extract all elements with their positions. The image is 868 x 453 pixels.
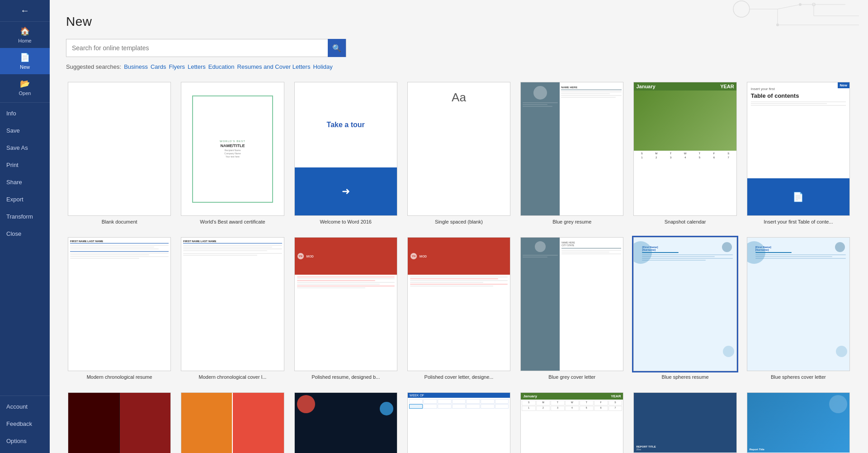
template-pc-thumb: YN MOD [407,237,510,371]
template-blank-thumb [68,82,171,216]
template-student-report[interactable]: Report Title Student report with photo [745,391,852,453]
template-bgc-title: Blue grey cover letter [548,374,595,380]
back-button[interactable]: ← [0,0,50,22]
page-title: New [66,14,852,29]
template-mcr-thumb: FIRST NAME LAST NAME [68,237,171,371]
home-icon: 🏠 [20,26,30,36]
sidebar-item-feedback[interactable]: Feedback [0,415,50,432]
template-mcc-thumb: FIRST NAME LAST NAME [181,237,284,371]
account-label: Account [6,403,28,410]
sidebar-item-new[interactable]: 📄 New [0,48,50,74]
sidebar-item-open-label: Open [19,91,31,96]
template-apt-thumb: WEEK OF [407,392,510,453]
template-bgc[interactable]: NAME HERECITY STATE Blue grey cover lett… [519,235,625,382]
sidebar-item-options[interactable]: Options [0,432,50,449]
close-label: Close [6,230,21,237]
sidebar-item-transform[interactable]: Transform [0,208,50,225]
template-single-spaced[interactable]: Aa Single spaced (blank) [406,80,512,227]
template-blue-grey-resume[interactable]: NAME HERE Blue grey resume [519,80,625,227]
suggested-flyers[interactable]: Flyers [169,63,185,70]
template-education[interactable]: Education brochure [179,391,286,453]
template-bgc-thumb: NAME HERECITY STATE [520,237,623,371]
template-restaurant[interactable]: Restaurant brochure [66,391,173,453]
save-as-label: Save As [6,144,28,151]
transform-label: Transform [6,213,33,220]
svg-point-6 [799,3,802,6]
export-label: Export [6,196,24,203]
award-preview: WORLD'S BEST NAME/TITLE Recipient NameCo… [181,82,283,215]
template-polished-resume[interactable]: YN MOD [292,235,399,382]
template-modern-chron-resume[interactable]: FIRST NAME LAST NAME Modern chronologica… [66,235,173,382]
template-bsc-thumb: [First Name][Surname] [747,237,850,371]
sidebar-item-open[interactable]: 📂 Open [0,74,50,100]
template-modern-chron-cover[interactable]: FIRST NAME LAST NAME Modern chronologica… [179,235,286,382]
template-report-thumb: REPORT TITLE 20xx [633,392,736,453]
sidebar-item-save-as[interactable]: Save As [0,139,50,156]
template-snapshot-title: Snapshot calendar [665,219,706,225]
sidebar-item-export[interactable]: Export [0,191,50,208]
sidebar-item-info[interactable]: Info [0,105,50,122]
template-toc-thumb: New Insert your first Table of contents … [747,82,850,216]
search-button[interactable]: 🔍 [328,39,346,57]
template-pc-title: Polished cover letter, designe... [425,374,494,380]
sidebar-divider-2 [0,396,50,396]
sidebar-item-print[interactable]: Print [0,156,50,173]
template-vivid[interactable]: EVENTSERIESNAME Vivid shapes event broch… [292,391,399,453]
template-restaurant-thumb [68,392,171,453]
template-polished-cover[interactable]: YN MOD [406,235,512,382]
template-bsr-thumb: [First Name][Surname] [633,237,736,371]
suggested-searches: Suggested searches: Business Cards Flyer… [66,63,852,70]
template-single-spaced-title: Single spaced (blank) [435,219,483,225]
suggested-education[interactable]: Education [208,63,235,70]
template-blank[interactable]: Blank document [66,80,173,227]
search-bar[interactable]: 🔍 [66,39,346,57]
open-icon: 📂 [20,79,30,89]
template-apt-cal[interactable]: WEEK OF [406,391,512,453]
template-award-title: World's Best award certificate [200,219,265,225]
template-snapshot-thumb: January YEAR SM TW TF S 12 34 56 7 [633,82,736,216]
suggested-cards[interactable]: Cards [151,63,166,70]
templates-grid: Blank document WORLD'S BEST NAME/TITLE R… [66,80,852,453]
template-award[interactable]: WORLD'S BEST NAME/TITLE Recipient NameCo… [179,80,286,227]
template-toc[interactable]: New Insert your first Table of contents … [745,80,852,227]
template-sr-thumb: Report Title [747,392,850,453]
template-bgr-title: Blue grey resume [552,219,591,225]
template-single-spaced-thumb: Aa [407,82,510,216]
search-icon: 🔍 [332,44,341,52]
toc-new-badge: New [838,82,849,88]
sidebar-item-save[interactable]: Save [0,122,50,139]
suggested-letters[interactable]: Letters [188,63,206,70]
suggested-holiday[interactable]: Holiday [313,63,332,70]
sidebar-item-share[interactable]: Share [0,173,50,191]
sidebar-item-close[interactable]: Close [0,225,50,242]
template-tour[interactable]: Take a tour ➜ Welcome to Word 2016 [292,80,399,227]
print-label: Print [6,162,19,168]
template-banner-thumb: JanuaryYEAR S M T W T F S 1 2 3 4 [520,392,623,453]
template-mcc-title: Modern chronological cover l... [199,374,267,380]
suggested-business[interactable]: Business [124,63,148,70]
sidebar-item-home[interactable]: 🏠 Home [0,22,50,48]
template-mcr-title: Modern chronological resume [87,374,152,380]
suggested-resumes[interactable]: Resumes and Cover Letters [237,63,311,70]
tour-text: Take a tour [327,121,365,129]
template-bsr[interactable]: [First Name][Surname] Blue spheres resum… [632,235,738,382]
template-tour-thumb: Take a tour ➜ [294,82,397,216]
template-bsc[interactable]: [First Name][Surname] Blue spheres cover… [745,235,852,382]
template-banner-cal[interactable]: JanuaryYEAR S M T W T F S 1 2 3 4 [519,391,625,453]
search-input[interactable] [66,44,328,52]
sidebar-item-account[interactable]: Account [0,398,50,415]
template-bsr-title: Blue spheres resume [662,374,709,380]
main-content: New 🔍 Suggested searches: Business Cards… [50,0,868,453]
template-snapshot-cal[interactable]: January YEAR SM TW TF S 12 34 56 7 [632,80,738,227]
sidebar: ← 🏠 Home 📄 New 📂 Open Info Save Save As … [0,0,50,453]
share-label: Share [6,179,22,186]
save-label: Save [6,127,20,134]
blank-doc-preview [68,82,170,215]
sidebar-item-home-label: Home [18,38,31,43]
template-bsc-title: Blue spheres cover letter [771,374,826,380]
template-blank-title: Blank document [102,219,137,225]
sidebar-item-new-label: New [20,64,30,70]
template-award-thumb: WORLD'S BEST NAME/TITLE Recipient NameCo… [181,82,284,216]
sidebar-nav: 🏠 Home 📄 New 📂 Open Info Save Save As Pr… [0,22,50,394]
template-report[interactable]: REPORT TITLE 20xx Report [632,391,738,453]
